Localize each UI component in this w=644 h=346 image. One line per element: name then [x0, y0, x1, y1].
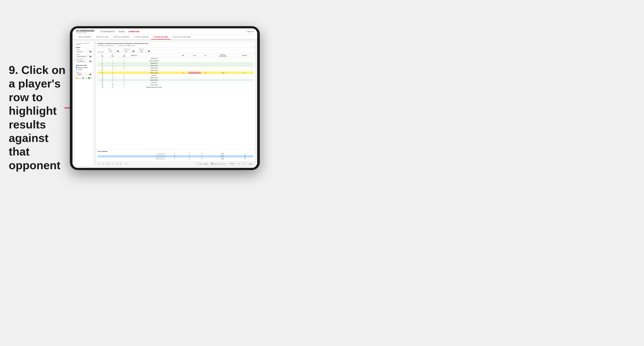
table-row[interactable]: 13 1 Jessica Huang 0 1 0 -3.00 2 [98, 72, 254, 74]
cell-win [178, 81, 188, 84]
toolbar-sep2: | [123, 163, 124, 165]
region-select[interactable]: (All) [108, 50, 120, 52]
player-rank-select[interactable]: 8. Katelyn Vo [76, 60, 92, 63]
cell-diff [210, 86, 236, 89]
opponent-select[interactable]: (All) [139, 50, 151, 52]
cell-div: 14 [98, 74, 107, 77]
tab-team-summary[interactable]: TEAM SUMMARY [76, 35, 94, 39]
cell-rounds [236, 62, 254, 65]
bottom-toolbar: ↺ ⟳ ⟶ | ✂ ⊡ ⊟ | ⏱ 👁 View: Original [96, 161, 255, 166]
right-panel: Katelyn Vo Head-to-Head Grid for Women's… [96, 41, 256, 166]
save-icon: 💾 [211, 163, 213, 165]
nav-committee[interactable]: COMMITTEE [128, 30, 139, 33]
cell-loss [188, 57, 201, 60]
radio-opponents-played[interactable]: Opponents Played [76, 67, 92, 68]
view-original-btn[interactable]: 👁 View: Original [196, 162, 209, 165]
cell-loss: 1 [188, 72, 201, 74]
table-row[interactable]: 19 10 6 Emily Chang [98, 84, 254, 86]
table-row[interactable]: 9 1 4 Sharon Mun [98, 65, 254, 67]
gender-select[interactable]: Women's [76, 50, 92, 53]
cell-div: 15 [98, 77, 107, 79]
col-rounds: Rounds [236, 54, 254, 57]
division-select[interactable]: NCAA Division III [76, 55, 92, 58]
cell-tie: 0 [201, 72, 210, 74]
cell-diff [210, 84, 236, 86]
cell-loss [188, 65, 201, 67]
col-diff: Diff AvStrokes/Rnd [210, 54, 236, 57]
nav-sign-out[interactable]: | Sign out [246, 30, 254, 32]
scissors-button[interactable]: ✂ [112, 163, 114, 165]
out-cell-val2: 0 [183, 153, 196, 155]
cell-div: 20 [98, 86, 107, 89]
forward-button[interactable]: ⟶ [106, 163, 109, 165]
sub-nav: TEAM SUMMARY TEAM H2H GRID TEAM H2H HEAT… [72, 35, 257, 39]
cell-div: 9 [98, 65, 107, 67]
tab-team-h2h-heatmap[interactable]: TEAM H2H HEATMAP [111, 35, 132, 39]
share-btn[interactable]: ↑ Share [246, 162, 254, 165]
dot-level [82, 77, 84, 79]
cell-reg [107, 57, 118, 60]
conference-select[interactable]: (All) [123, 50, 135, 52]
cell-win [178, 65, 188, 67]
save-custom-btn[interactable]: 💾 Save Custom View [210, 162, 226, 165]
watch-btn[interactable]: 👁 Watch ▾ [227, 162, 237, 165]
tab-team-h2h-grid[interactable]: TEAM H2H GRID [94, 35, 111, 39]
cell-reg: 11 [107, 86, 118, 89]
tab-player-h2h-grid[interactable]: PLAYER H2H GRID [151, 35, 170, 39]
grid-title: Katelyn Vo Head-to-Head Grid for Women's… [98, 42, 254, 44]
paste-button[interactable]: ⊟ [120, 163, 122, 165]
table-row[interactable]: 18 2 2 Euna Lee [98, 81, 254, 84]
clipboard-button[interactable]: ⊡ [116, 163, 118, 165]
nav-teams[interactable]: TEAMS [118, 30, 125, 33]
table-row[interactable]: 16 9 1 Jessica Mason [98, 79, 254, 81]
cell-reg: 6 [107, 67, 118, 69]
cell-tie [201, 84, 210, 86]
table-row[interactable]: 6 1 3 Sydney Kuo [98, 62, 254, 65]
cell-win [178, 62, 188, 65]
cell-name: Jessica Huang [130, 72, 178, 74]
table-row[interactable]: 3 1 Esther Lee [98, 57, 254, 60]
redo-button[interactable]: ⟳ [102, 163, 104, 165]
table-row[interactable]: 20 11 7 Federica Domecq Lacroze [98, 86, 254, 89]
colour-by-select[interactable]: Win/loss [76, 73, 92, 76]
table-row[interactable]: 13 1 HeeJo Hyun [98, 69, 254, 72]
cell-loss [188, 86, 201, 89]
nav-tournaments[interactable]: TOURNAMENTS [100, 30, 115, 33]
cell-loss [188, 79, 201, 81]
cell-loss [188, 60, 201, 62]
table-row[interactable]: 5 2 2 Alexis Sudjianto [98, 60, 254, 62]
player-rank-label: Player (Rank) [76, 58, 92, 60]
cell-rounds [236, 81, 254, 84]
out-cell-val2: 0 [183, 155, 196, 158]
overall-record-label: Overall Record: 353 - 34 - 6 [98, 45, 114, 46]
radio-top100[interactable]: Top 100 [76, 69, 92, 70]
cell-reg: 8 [107, 77, 118, 79]
clock-button[interactable]: ⏱ [125, 163, 128, 165]
colour-section: Colour by Win/loss Down Level Up [76, 71, 92, 79]
cell-name: Esther Lee [130, 57, 178, 60]
table-row[interactable]: 15 8 5 Stella Cheng [98, 77, 254, 79]
cell-reg: 1 [107, 69, 118, 72]
cell-conf: 3 [118, 62, 130, 65]
cell-win [178, 74, 188, 77]
tab-player-h2h-heatmap[interactable]: PLAYER H2H HEATMAP [170, 35, 193, 39]
dot-down [76, 77, 78, 79]
cell-diff [210, 77, 236, 79]
out-cell-val5: 30 [236, 155, 254, 158]
table-row[interactable]: 14 7 4 Eunice Yi [98, 74, 254, 77]
undo-button[interactable]: ↺ [98, 163, 101, 165]
cell-diff [210, 57, 236, 60]
table-row[interactable]: 10 6 3 Andrea York [98, 67, 254, 69]
share-icon: ↑ [247, 163, 248, 165]
zoom-btn[interactable]: ⊕ [238, 162, 241, 165]
cell-loss [188, 69, 201, 72]
cell-name: Emily Chang [130, 84, 178, 86]
cell-win [178, 69, 188, 72]
layout-btn[interactable]: ⊞ [242, 162, 245, 165]
cell-name: Eunice Yi [130, 74, 178, 77]
cell-diff [210, 62, 236, 65]
out-cell-val3: 0 [196, 153, 208, 155]
cell-reg: 9 [107, 79, 118, 81]
cell-loss [188, 81, 201, 84]
tab-player-summary[interactable]: PLAYER SUMMARY [132, 35, 151, 39]
